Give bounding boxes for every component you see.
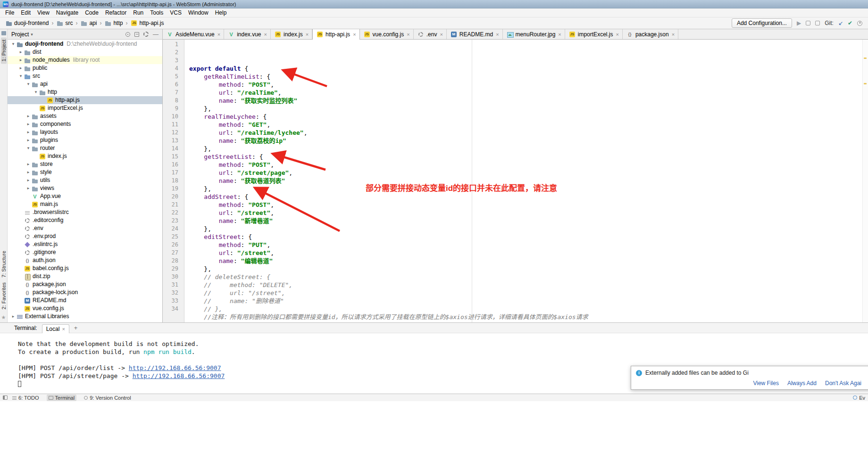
locate-file-icon[interactable] (125, 32, 130, 37)
chevron-right-icon[interactable]: ▸ (18, 48, 24, 56)
tree-item[interactable]: .browserslistrc (8, 208, 162, 216)
favorites-star-icon[interactable]: ★ (1, 314, 6, 321)
tab-close-icon[interactable]: × (306, 32, 309, 37)
tree-item[interactable]: ▾api (8, 80, 162, 88)
chevron-down-icon[interactable]: ▾ (25, 80, 31, 88)
menu-file[interactable]: File (2, 8, 17, 17)
tree-item[interactable]: ▸layouts (8, 128, 162, 136)
git-commit-icon[interactable]: ✔ (848, 20, 852, 26)
chevron-right-icon[interactable]: ▸ (25, 120, 31, 128)
menu-run[interactable]: Run (130, 8, 147, 17)
gear-icon[interactable] (143, 32, 149, 37)
chevron-down-icon[interactable]: ▾ (18, 72, 24, 80)
tree-item[interactable]: package.json (8, 280, 162, 288)
hide-panel-icon[interactable]: — (153, 32, 159, 37)
chevron-right-icon[interactable]: ▸ (25, 168, 31, 176)
tree-item[interactable]: importExcel.js (8, 104, 162, 112)
tool-stripe-project[interactable]: 1: Project (1, 37, 7, 64)
tree-item[interactable]: ▸style (8, 168, 162, 176)
editor-tab[interactable]: vue.config.js× (360, 29, 414, 39)
tab-close-icon[interactable]: × (217, 32, 220, 37)
chevron-right-icon[interactable]: ▸ (25, 136, 31, 144)
breadcrumb-item[interactable]: http-api.js (129, 19, 165, 27)
add-configuration-button[interactable]: Add Configuration... (732, 18, 792, 28)
tree-item[interactable]: package-lock.json (8, 288, 162, 296)
tree-item[interactable]: ▾src (8, 72, 162, 80)
menu-window[interactable]: Window (185, 8, 212, 17)
editor-tab[interactable]: http-api.js× (312, 29, 359, 40)
tree-item[interactable]: .env (8, 224, 162, 232)
tab-close-icon[interactable]: × (407, 32, 409, 37)
chevron-down-icon[interactable]: ▾ (10, 40, 16, 48)
chevron-right-icon[interactable]: ▸ (18, 56, 24, 64)
breadcrumb-item[interactable]: http (103, 19, 124, 27)
tree-item[interactable]: .eslintrc.js (8, 240, 162, 248)
tree-item[interactable]: ▸dist (8, 48, 162, 56)
tree-item[interactable]: dist.zip (8, 272, 162, 280)
menu-view[interactable]: View (34, 8, 53, 17)
tree-item[interactable]: .env.prod (8, 232, 162, 240)
tree-item[interactable]: ▾http (8, 88, 162, 96)
run-icon[interactable]: ▶ (797, 20, 801, 26)
chevron-right-icon[interactable]: ▸ (25, 176, 31, 184)
chevron-right-icon[interactable]: ▸ (25, 184, 31, 192)
tree-item[interactable]: auth.json (8, 256, 162, 264)
close-icon[interactable]: × (62, 326, 65, 332)
tree-item[interactable]: main.js (8, 200, 162, 208)
tree-item[interactable]: babel.config.js (8, 264, 162, 272)
notification-action-link[interactable]: View Files (753, 380, 778, 387)
statusbar-terminal-button[interactable]: Terminal (47, 395, 77, 401)
tree-item[interactable]: ▸External Libraries (8, 313, 162, 321)
breadcrumb-item[interactable]: api (79, 19, 98, 27)
chevron-right-icon[interactable]: ▸ (25, 160, 31, 168)
terminal-tab-local[interactable]: Local × (42, 324, 69, 333)
tab-close-icon[interactable]: × (616, 32, 618, 37)
breadcrumb-item[interactable]: duoji-frontend (4, 19, 50, 27)
tree-item[interactable]: http-api.js (8, 96, 162, 104)
tree-item[interactable]: App.vue (8, 192, 162, 200)
tool-window-switcher-icon[interactable] (3, 395, 8, 400)
chevron-down-icon[interactable]: ▾ (31, 32, 33, 37)
statusbar-vcs-button[interactable]: 9: Version Control (84, 395, 131, 401)
tree-item[interactable]: README.md (8, 296, 162, 304)
collapse-all-icon[interactable] (134, 32, 139, 37)
tab-close-icon[interactable]: × (264, 32, 267, 37)
tab-close-icon[interactable]: × (440, 32, 442, 37)
tool-stripe-structure[interactable]: 7: Structure (1, 248, 7, 280)
menu-code[interactable]: Code (82, 8, 102, 17)
terminal-link[interactable]: http://192.168.66.56:9007 (133, 372, 225, 379)
notification-action-link[interactable]: Don't Ask Agai (825, 380, 861, 387)
menu-vcs[interactable]: VCS (167, 8, 185, 17)
menu-help[interactable]: Help (212, 8, 230, 17)
tab-close-icon[interactable]: × (558, 32, 561, 37)
breadcrumb-item[interactable]: src (55, 19, 74, 27)
tree-item[interactable]: ▸utils (8, 176, 162, 184)
chevron-right-icon[interactable]: ▸ (25, 112, 31, 120)
code-area[interactable]: export default { getRealTimeList: { meth… (184, 40, 868, 322)
menu-tools[interactable]: Tools (147, 8, 167, 17)
tab-close-icon[interactable]: × (353, 32, 356, 37)
statusbar-todo-button[interactable]: 6: TODO (12, 395, 39, 401)
toolbar-action-icon[interactable] (815, 21, 820, 25)
menu-edit[interactable]: Edit (17, 8, 34, 17)
chevron-down-icon[interactable]: ▾ (33, 88, 39, 96)
tree-item[interactable]: ▸store (8, 160, 162, 168)
git-update-icon[interactable]: ↙ (838, 20, 843, 26)
toolbar-action-icon[interactable] (806, 21, 810, 25)
history-icon[interactable] (857, 21, 862, 26)
editor[interactable]: 1234567891011121314151617181920212223242… (163, 40, 868, 322)
editor-tab[interactable]: index.js× (271, 29, 312, 39)
tree-item[interactable]: ▸components (8, 120, 162, 128)
editor-tab[interactable]: package.json× (623, 29, 678, 39)
terminal-link[interactable]: http://192.168.66.56:9007 (129, 364, 221, 371)
menu-refactor[interactable]: Refactor (102, 8, 130, 17)
tree-item[interactable]: ▸node_moduleslibrary root (8, 56, 162, 64)
tree-item[interactable]: ▸public (8, 64, 162, 72)
chevron-right-icon[interactable]: ▸ (25, 128, 31, 136)
editor-tab[interactable]: index.vue× (224, 29, 271, 39)
editor-tab[interactable]: menuRouter.jpg× (503, 29, 565, 39)
tree-item[interactable]: ▸views (8, 184, 162, 192)
chevron-right-icon[interactable]: ▸ (10, 313, 16, 321)
tree-item[interactable]: ▸assets (8, 112, 162, 120)
event-log-icon[interactable] (853, 395, 857, 400)
